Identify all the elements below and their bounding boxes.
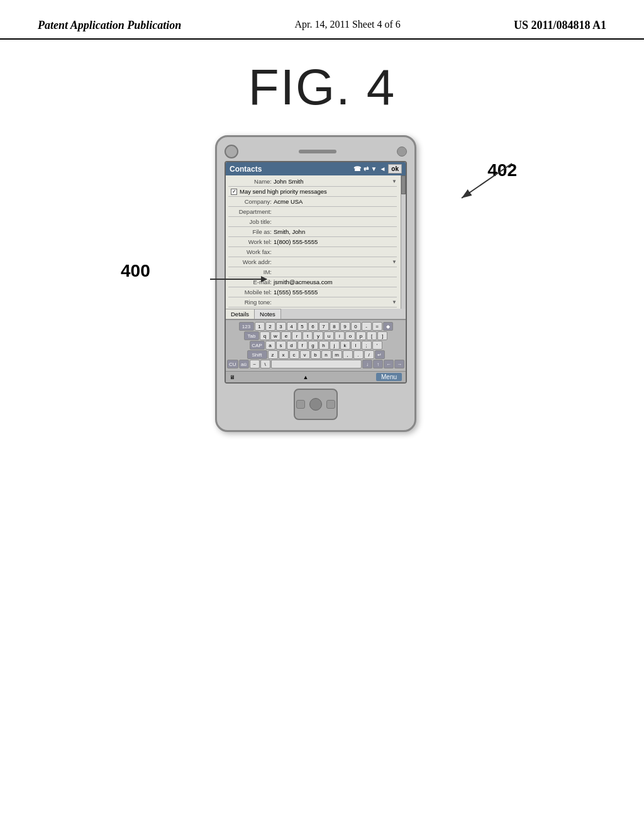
ok-button[interactable]: ok <box>388 164 402 174</box>
kb-key-q[interactable]: q <box>260 331 270 340</box>
kb-key-cu[interactable]: CU <box>227 360 238 368</box>
kb-key-equals[interactable]: = <box>372 322 382 331</box>
kb-key-8[interactable]: 8 <box>330 322 340 331</box>
dropdown-arrow-ringtone[interactable]: ▼ <box>392 299 397 305</box>
label-jobtitle: Job title: <box>228 218 274 225</box>
kb-key-o[interactable]: o <box>345 331 355 340</box>
kb-key-comma[interactable]: , <box>343 350 353 359</box>
svg-line-0 <box>462 163 512 198</box>
tab-details[interactable]: Details <box>226 309 255 319</box>
kb-key-backspace[interactable]: ◆ <box>383 322 393 331</box>
kb-key-right[interactable]: → <box>394 360 404 368</box>
kb-key-h[interactable]: h <box>319 341 329 350</box>
nav-center-button[interactable] <box>309 398 322 411</box>
kb-key-z[interactable]: z <box>268 350 278 359</box>
kb-key-b[interactable]: b <box>311 350 321 359</box>
kb-key-d[interactable]: d <box>287 341 297 350</box>
kb-key-4[interactable]: 4 <box>287 322 297 331</box>
kb-key-3[interactable]: 3 <box>276 322 286 331</box>
kb-key-g[interactable]: g <box>308 341 318 350</box>
kb-row-asdf: CAP a s d f g h j k l ; ' <box>227 341 404 350</box>
form-row-jobtitle: Job title: <box>228 217 397 227</box>
kb-key-r[interactable]: r <box>292 331 302 340</box>
nav-pad-area <box>225 384 407 423</box>
kb-key-6[interactable]: 6 <box>308 322 318 331</box>
form-row-department: Department: <box>228 207 397 217</box>
kb-key-semicolon[interactable]: ; <box>362 341 372 350</box>
kb-key-s[interactable]: s <box>276 341 286 350</box>
figure-title: FIG. 4 <box>248 58 396 116</box>
scrollbar-thumb[interactable] <box>401 175 406 194</box>
kb-key-1[interactable]: 1 <box>255 322 265 331</box>
screen-wrapper: Contacts ☎ ⇄ ▼ ◄ ok <box>225 161 407 384</box>
kb-key-enter[interactable]: ↵ <box>375 350 385 359</box>
kb-key-u[interactable]: u <box>324 331 334 340</box>
contacts-icons: ☎ ⇄ ▼ ◄ ok <box>353 164 402 174</box>
arrow-402-svg <box>443 154 518 204</box>
kb-key-slash[interactable]: / <box>364 350 374 359</box>
kb-key-m[interactable]: m <box>332 350 342 359</box>
kb-key-9[interactable]: 9 <box>340 322 350 331</box>
kb-key-v[interactable]: v <box>300 350 310 359</box>
kb-key-123[interactable]: 123 <box>239 322 254 331</box>
kb-key-7[interactable]: 7 <box>319 322 329 331</box>
kb-key-tab[interactable]: Tab <box>244 331 259 340</box>
kb-key-i[interactable]: i <box>335 331 345 340</box>
kb-key-f[interactable]: f <box>297 341 308 350</box>
kb-key-quote[interactable]: ' <box>372 341 382 350</box>
kb-key-w[interactable]: w <box>270 331 280 340</box>
dropdown-arrow-name[interactable]: ▼ <box>392 179 397 184</box>
nav-pad[interactable] <box>294 389 338 420</box>
priority-checkbox[interactable]: ✓ <box>231 189 237 195</box>
kb-key-rbracket[interactable]: ] <box>377 331 387 340</box>
kb-key-p[interactable]: p <box>356 331 366 340</box>
kb-key-n[interactable]: n <box>321 350 331 359</box>
kb-key-x[interactable]: x <box>279 350 289 359</box>
kb-key-au[interactable]: aü <box>239 360 249 368</box>
kb-key-0[interactable]: 0 <box>351 322 361 331</box>
kb-key-y[interactable]: y <box>313 331 323 340</box>
kb-key-cap[interactable]: CAP <box>250 341 265 350</box>
form-row-workaddr: Work addr: ▼ <box>228 257 397 267</box>
form-row-mobiltel: Mobile tel: 1(555) 555-5555 <box>228 287 397 297</box>
label-department: Department: <box>228 208 274 215</box>
header-left: Patent Application Publication <box>38 19 181 32</box>
form-row-workfax: Work fax: <box>228 247 397 257</box>
kb-key-l[interactable]: l <box>351 341 361 350</box>
kb-key-lbracket[interactable]: [ <box>367 331 377 340</box>
label-ringtone: Ring tone: <box>228 299 274 306</box>
form-row-company: Company: Acme USA <box>228 197 397 207</box>
kb-key-shift[interactable]: Shift <box>247 350 267 359</box>
kb-key-down[interactable]: ↓ <box>362 360 372 368</box>
kb-key-t[interactable]: t <box>303 331 313 340</box>
kb-key-a[interactable]: a <box>265 341 275 350</box>
kb-key-tilde[interactable]: ~ <box>250 360 260 368</box>
checkbox-label: May send high priority messages <box>240 188 327 195</box>
kb-key-e[interactable]: e <box>281 331 291 340</box>
pda-screen: Contacts ☎ ⇄ ▼ ◄ ok <box>225 161 407 384</box>
kb-key-period[interactable]: . <box>353 350 364 359</box>
label-worktel: Work tel: <box>228 238 274 245</box>
taskbar-icon2: ▲ <box>303 374 309 380</box>
dropdown-arrow-addr[interactable]: ▼ <box>392 259 397 265</box>
kb-key-5[interactable]: 5 <box>297 322 308 331</box>
kb-key-j[interactable]: j <box>330 341 340 350</box>
pda-power-button[interactable] <box>225 145 238 158</box>
phone-icon: ☎ <box>353 165 361 172</box>
kb-row-qwerty: Tab q w e r t y u i o p [ ] <box>227 331 404 340</box>
kb-key-k[interactable]: k <box>340 341 350 350</box>
nav-left-button[interactable] <box>296 400 305 409</box>
kb-key-space[interactable] <box>271 360 362 368</box>
nav-right-button[interactable] <box>326 400 335 409</box>
kb-key-2[interactable]: 2 <box>265 322 275 331</box>
scrollbar[interactable] <box>401 175 406 309</box>
kb-key-backslash[interactable]: \ <box>260 360 270 368</box>
pda-top-right-button[interactable] <box>397 147 407 157</box>
kb-key-up[interactable]: ↑ <box>373 360 383 368</box>
kb-key-c[interactable]: c <box>289 350 299 359</box>
menu-button[interactable]: Menu <box>376 373 402 381</box>
kb-row-bottom: CU aü ~ \ ↓ ↑ ← → <box>227 360 404 368</box>
kb-key-left[interactable]: ← <box>384 360 394 368</box>
tab-notes[interactable]: Notes <box>255 309 281 319</box>
kb-key-minus[interactable]: - <box>362 322 372 331</box>
